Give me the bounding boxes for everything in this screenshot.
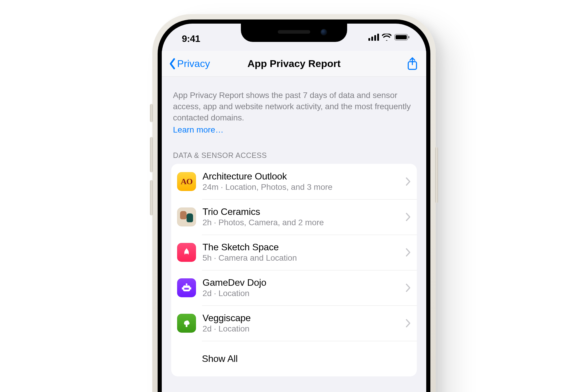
app-icon-architecture-outlook: AO (177, 172, 196, 191)
flame-icon (181, 247, 192, 258)
app-icon-veggiscape (177, 314, 196, 333)
robot-icon (181, 282, 192, 294)
svg-rect-2 (374, 35, 376, 41)
app-row-the-sketch-space[interactable]: The Sketch Space 5h · Camera and Locatio… (171, 235, 417, 270)
app-detail: 2d · Location (202, 288, 403, 299)
cellular-icon (368, 34, 379, 41)
app-row-veggiscape[interactable]: Veggiscape 2d · Location (171, 306, 417, 341)
chevron-right-icon (406, 177, 411, 186)
content-area: App Privacy Report shows the past 7 days… (162, 77, 426, 376)
chevron-left-icon (168, 58, 177, 70)
svg-rect-10 (184, 288, 189, 290)
chevron-right-icon (406, 319, 411, 328)
app-icon-the-sketch-space (177, 243, 196, 262)
app-detail: 2h · Photos, Camera, and 2 more (202, 217, 403, 228)
svg-rect-1 (371, 37, 373, 41)
app-row-trio-ceramics[interactable]: Trio Ceramics 2h · Photos, Camera, and 2… (171, 199, 417, 235)
app-row-architecture-outlook[interactable]: AO Architecture Outlook 24m · Location, … (171, 164, 417, 199)
intro-description: App Privacy Report shows the past 7 days… (171, 77, 417, 135)
app-detail: 2d · Location (202, 324, 403, 334)
back-label: Privacy (177, 58, 210, 69)
volume-down-button (150, 180, 153, 215)
volume-up-button (150, 137, 153, 172)
wifi-icon (382, 34, 391, 41)
chevron-right-icon (406, 213, 411, 221)
navigation-bar: Privacy App Privacy Report (162, 51, 426, 77)
intro-text: App Privacy Report shows the past 7 days… (173, 90, 415, 123)
front-camera (321, 29, 327, 35)
app-name: Veggiscape (202, 312, 403, 324)
show-all-label: Show All (202, 353, 238, 364)
phone-screen: 9:41 (162, 24, 426, 392)
app-detail: 5h · Camera and Location (202, 253, 403, 263)
svg-rect-12 (186, 284, 187, 286)
notch (241, 24, 347, 42)
share-icon (407, 57, 418, 71)
section-header-data-sensor: DATA & SENSOR ACCESS (171, 151, 417, 164)
status-indicators (368, 34, 410, 41)
app-name: The Sketch Space (202, 241, 403, 253)
app-name: Architecture Outlook (202, 171, 403, 182)
learn-more-link[interactable]: Learn more… (173, 125, 223, 135)
status-time: 9:41 (182, 33, 200, 44)
data-sensor-list: AO Architecture Outlook 24m · Location, … (171, 164, 417, 376)
side-power-button (435, 147, 438, 203)
svg-rect-14 (190, 287, 191, 290)
show-all-row[interactable]: Show All (171, 341, 417, 376)
iphone-device-frame: 9:41 (152, 14, 436, 392)
app-name: Trio Ceramics (202, 206, 403, 217)
svg-rect-13 (182, 287, 183, 290)
share-button[interactable] (405, 55, 420, 72)
phone-bezel: 9:41 (158, 19, 430, 392)
svg-rect-6 (408, 36, 409, 38)
earpiece-speaker (278, 30, 310, 34)
app-icon-trio-ceramics (177, 208, 196, 226)
app-detail: 24m · Location, Photos, and 3 more (202, 182, 403, 192)
battery-icon (394, 34, 410, 41)
back-button[interactable]: Privacy (168, 58, 210, 70)
broccoli-icon (181, 318, 192, 329)
chevron-right-icon (406, 248, 411, 257)
svg-rect-0 (368, 38, 370, 41)
chevron-right-icon (406, 283, 411, 292)
silence-switch (150, 104, 153, 122)
svg-rect-5 (396, 35, 407, 39)
app-name: GameDev Dojo (202, 277, 403, 288)
svg-rect-3 (377, 34, 379, 41)
app-icon-gamedev-dojo (177, 278, 196, 297)
svg-rect-15 (186, 324, 187, 327)
app-row-gamedev-dojo[interactable]: GameDev Dojo 2d · Location (171, 270, 417, 306)
